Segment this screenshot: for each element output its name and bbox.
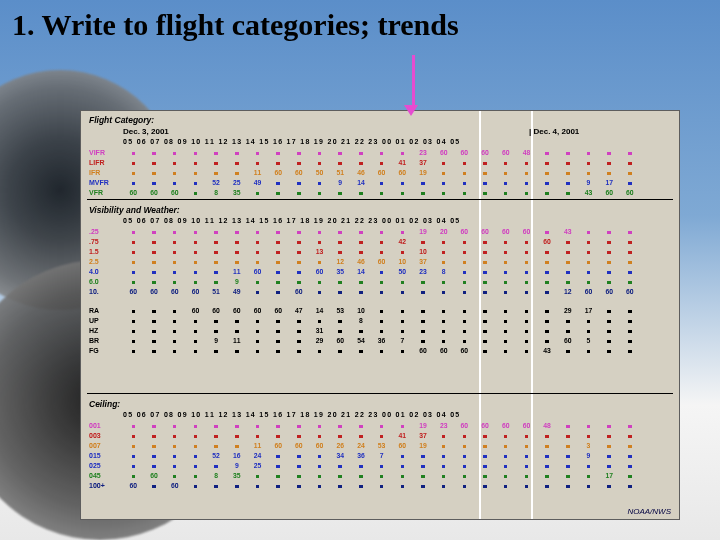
cell [620, 179, 641, 186]
cell [226, 149, 247, 156]
cell: 60 [268, 169, 289, 176]
data-row: 100+6060 [89, 481, 671, 490]
cell [330, 159, 351, 166]
cell [454, 169, 475, 176]
cell [351, 288, 372, 295]
cell: 52 [206, 452, 227, 459]
cell [557, 268, 578, 275]
cell [351, 472, 372, 479]
cell: 60 [454, 228, 475, 235]
cell [289, 317, 310, 324]
cell [123, 327, 144, 334]
cell [309, 432, 330, 439]
data-row: HZ31 [89, 326, 671, 335]
data-row: FG60606043 [89, 346, 671, 355]
cell: 60 [330, 337, 351, 344]
hours-row-2: 05 06 07 08 09 10 11 12 13 14 15 16 17 1… [123, 217, 461, 224]
section-ceiling-label: Ceiling: [89, 399, 120, 409]
cell [433, 317, 454, 324]
cell [268, 462, 289, 469]
cell: 60 [247, 268, 268, 275]
cell [475, 317, 496, 324]
cell [599, 462, 620, 469]
cell [537, 442, 558, 449]
cell: 60 [599, 189, 620, 196]
cell: 43 [578, 189, 599, 196]
cell [185, 258, 206, 265]
cell [206, 442, 227, 449]
data-row: 6.09 [89, 277, 671, 286]
cell [495, 159, 516, 166]
cell [537, 317, 558, 324]
cell: 60 [516, 228, 537, 235]
cell [309, 317, 330, 324]
cell [144, 238, 165, 245]
cell [495, 442, 516, 449]
cell: 60 [185, 288, 206, 295]
data-row: 00119236060606048 [89, 421, 671, 430]
cell [226, 347, 247, 354]
cell [475, 268, 496, 275]
cell [123, 238, 144, 245]
cell [495, 432, 516, 439]
cell [537, 278, 558, 285]
cell [309, 422, 330, 429]
cell [454, 452, 475, 459]
cell [247, 347, 268, 354]
cell [351, 432, 372, 439]
cell [620, 422, 641, 429]
cell [578, 159, 599, 166]
cell [268, 258, 289, 265]
cell: 60 [454, 149, 475, 156]
cell [413, 337, 434, 344]
cell [247, 317, 268, 324]
cell: 60 [433, 347, 454, 354]
cell [516, 258, 537, 265]
cell: 9 [206, 337, 227, 344]
row-label: .75 [89, 238, 123, 245]
cell: 7 [371, 452, 392, 459]
cell [454, 307, 475, 314]
cell [557, 238, 578, 245]
cell: 48 [516, 149, 537, 156]
cell [413, 288, 434, 295]
row-label: 6.0 [89, 278, 123, 285]
cell [371, 317, 392, 324]
cell [289, 278, 310, 285]
cell [475, 278, 496, 285]
cell [578, 248, 599, 255]
cell [371, 149, 392, 156]
cell [371, 179, 392, 186]
cell [268, 347, 289, 354]
cell [289, 159, 310, 166]
cell [351, 238, 372, 245]
cell: 60 [599, 288, 620, 295]
cell [144, 169, 165, 176]
cell [516, 278, 537, 285]
cell: 24 [351, 442, 372, 449]
cell: 37 [413, 432, 434, 439]
cell [516, 472, 537, 479]
cell: 10 [351, 307, 372, 314]
cell: 60 [268, 442, 289, 449]
cell [537, 189, 558, 196]
cell: 60 [516, 422, 537, 429]
cell: 60 [433, 149, 454, 156]
cell: 60 [309, 268, 330, 275]
data-row: 10.6060606051496012606060 [89, 287, 671, 296]
cell [371, 432, 392, 439]
cell [351, 159, 372, 166]
cell: 41 [392, 159, 413, 166]
cell [413, 238, 434, 245]
date-right: | Dec. 4, 2001 [529, 127, 579, 136]
cell [206, 159, 227, 166]
cell [495, 278, 516, 285]
slide-title: 1. Write to flight categories; trends [12, 8, 459, 42]
row-label: 001 [89, 422, 123, 429]
cell [475, 442, 496, 449]
cell [475, 159, 496, 166]
cell: 60 [123, 482, 144, 489]
cell [433, 337, 454, 344]
cell [144, 268, 165, 275]
cell: 60 [454, 347, 475, 354]
